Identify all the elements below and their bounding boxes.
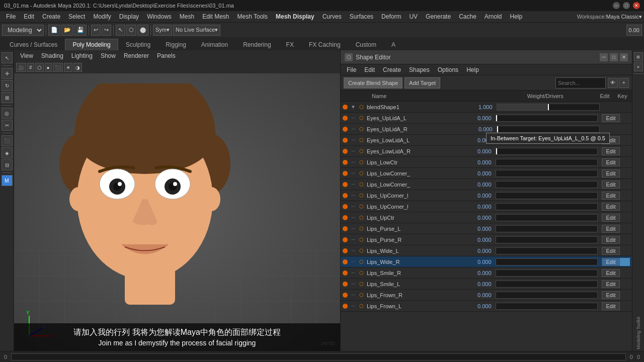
se-menu-shapes[interactable]: Shapes — [405, 65, 434, 74]
vp-texture-btn[interactable]: ⬛ — [53, 63, 63, 72]
row-edit-btn[interactable]: Edit — [602, 147, 620, 155]
se-row-lips-lowcorner2[interactable]: ─ ⬡ Lips_LowCorner_ 0.000 Edit — [341, 179, 632, 190]
tab-rigging[interactable]: Rigging — [158, 39, 194, 50]
row-slider[interactable] — [496, 192, 598, 199]
se-row-lips-wide-l[interactable]: ─ ⬡ Lips_Wide_L 0.000 Edit — [341, 245, 632, 256]
se-row-lips-lowcorner1[interactable]: ─ ⬡ Lips_LowCorner_ 0.000 Edit — [341, 168, 632, 179]
menu-edit-mesh[interactable]: Edit Mesh — [198, 12, 233, 21]
row-slider[interactable] — [496, 247, 598, 254]
vp-smooth-btn[interactable]: ● — [45, 63, 52, 72]
row-edit-btn[interactable]: Edit — [602, 225, 620, 233]
undo-button[interactable]: ↩ — [91, 25, 101, 36]
vp-wireframe-btn[interactable]: ⬡ — [35, 63, 44, 72]
menu-surfaces[interactable]: Surfaces — [346, 12, 377, 21]
row-slider[interactable] — [496, 303, 598, 310]
se-row-lips-upcorner-l[interactable]: ─ ⬡ Lips_UpCorner_l 0.000 Edit — [341, 190, 632, 201]
se-menu-file[interactable]: File — [343, 65, 360, 74]
se-minimize-btn[interactable]: ─ — [600, 53, 608, 61]
se-close-btn[interactable]: ✕ — [620, 53, 628, 61]
row-slider[interactable] — [496, 203, 598, 210]
vp-grid-btn[interactable]: # — [27, 63, 34, 72]
select-button[interactable]: ↖ — [116, 25, 125, 36]
menu-select[interactable]: Select — [64, 12, 89, 21]
vp-menu-shading[interactable]: Shading — [37, 51, 67, 60]
row-slider[interactable] — [497, 126, 600, 133]
row-edit-btn[interactable]: Edit — [602, 169, 620, 177]
se-menu-edit[interactable]: Edit — [360, 65, 379, 74]
tab-fx-caching[interactable]: FX Caching — [301, 39, 348, 50]
se-menu-create[interactable]: Create — [379, 65, 405, 74]
row-edit-btn[interactable]: Edit — [602, 302, 620, 310]
se-row-eyes-uplida-l[interactable]: ─ ⬡ Eyes_UpLidA_L 0.000 Edit — [341, 113, 632, 124]
tab-custom[interactable]: Custom — [348, 39, 384, 50]
rt-btn-1[interactable]: ⊞ — [634, 52, 643, 61]
se-row-blendshape1[interactable]: ▼ ⬡ blendShape1 1.000 — [341, 102, 632, 113]
se-eye-btn[interactable]: 👁 — [608, 78, 618, 88]
se-menu-options[interactable]: Options — [434, 65, 462, 74]
se-row-lips-upcorner-l2[interactable]: ─ ⬡ Lips_UpCorner_l 0.000 Edit — [341, 201, 632, 212]
row-slider-blendshape1[interactable] — [497, 104, 600, 111]
rotate-tool[interactable]: ↻ — [2, 80, 13, 91]
menu-create[interactable]: Create — [38, 12, 64, 21]
move-tool[interactable]: ✛ — [2, 68, 13, 79]
vp-camera-btn[interactable]: 🎥 — [16, 63, 26, 72]
row-slider[interactable] — [496, 170, 598, 177]
row-edit-btn[interactable]: Edit — [602, 258, 620, 266]
menu-windows[interactable]: Windows — [143, 12, 176, 21]
row-edit-btn[interactable]: Edit — [602, 236, 620, 244]
se-row-lips-smile-r[interactable]: ─ ⬡ Lips_Smile_R 0.000 Edit — [341, 267, 632, 279]
se-add-btn[interactable]: + — [619, 78, 629, 88]
row-slider[interactable] — [496, 258, 598, 265]
paint-button[interactable]: ⬤ — [137, 25, 148, 36]
row-edit-btn[interactable]: Edit — [602, 158, 620, 166]
se-search-input[interactable] — [555, 77, 606, 88]
bridge-tool[interactable]: ⊟ — [2, 159, 13, 170]
se-row-lips-purse-r[interactable]: ─ ⬡ Lips_Purse_R 0.000 Edit — [341, 234, 632, 245]
soft-select-tool[interactable]: ◎ — [2, 108, 13, 119]
menu-uv[interactable]: UV — [405, 12, 422, 21]
row-edit-btn[interactable]: Edit — [602, 280, 620, 288]
row-slider[interactable] — [496, 281, 598, 288]
extrude-tool[interactable]: ⬛ — [2, 135, 13, 146]
row-slider[interactable] — [496, 236, 598, 243]
lasso-button[interactable]: ⬡ — [126, 25, 136, 36]
row-slider[interactable] — [496, 148, 598, 155]
tab-animation[interactable]: Animation — [194, 39, 235, 50]
symmetry-btn[interactable]: Sym▾ — [153, 25, 172, 36]
expand-arrow-blendshape1[interactable]: ▼ — [350, 104, 357, 111]
row-slider[interactable] — [496, 159, 598, 166]
se-row-lips-frown-r[interactable]: ─ ⬡ Lips_Frown_R 0.000 Edit — [341, 290, 632, 301]
row-slider[interactable] — [496, 181, 598, 188]
se-row-eyes-lowlida-r[interactable]: ─ ⬡ Eyes_LowLidA_R 0.000 Edit — [341, 146, 632, 157]
menu-file[interactable]: File — [2, 12, 20, 21]
vp-light-btn[interactable]: ☀ — [64, 63, 72, 72]
se-row-lips-lowctr[interactable]: ─ ⬡ Lips_LowCtr 0.000 Edit — [341, 157, 632, 168]
se-row-lips-purse-l[interactable]: ─ ⬡ Lips_Purse_L 0.000 Edit — [341, 223, 632, 234]
tab-extra[interactable]: A — [384, 39, 403, 50]
menu-mesh-display[interactable]: Mesh Display — [272, 12, 318, 21]
menu-mesh[interactable]: Mesh — [176, 12, 198, 21]
add-target-btn[interactable]: Add Target — [405, 77, 440, 88]
maximize-button[interactable]: □ — [623, 2, 630, 9]
se-maximize-btn[interactable]: □ — [610, 53, 618, 61]
se-row-lips-wide-r[interactable]: ─ ⬡ Lips_Wide_R 0.000 Edit — [341, 256, 632, 267]
row-edit-btn[interactable]: Edit — [602, 214, 620, 222]
tab-rendering[interactable]: Rendering — [235, 39, 278, 50]
multi-cut-tool[interactable]: ✂ — [2, 120, 13, 131]
row-slider[interactable] — [496, 115, 598, 122]
se-row-lips-frown-l[interactable]: ─ ⬡ Lips_Frown_L 0.000 Edit — [341, 301, 632, 312]
row-edit-btn[interactable]: Edit — [602, 203, 620, 211]
open-button[interactable]: 📂 — [61, 25, 73, 36]
menu-display[interactable]: Display — [115, 12, 143, 21]
row-slider[interactable] — [496, 214, 598, 221]
create-blend-shape-btn[interactable]: Create Blend Shape — [344, 77, 403, 88]
row-slider[interactable] — [496, 269, 598, 277]
row-edit-btn[interactable]: Edit — [602, 247, 620, 255]
close-button[interactable]: ✕ — [633, 2, 640, 9]
tab-fx[interactable]: FX — [279, 39, 301, 50]
rt-btn-2[interactable]: ≡ — [634, 62, 643, 71]
vp-menu-lighting[interactable]: Lighting — [67, 51, 97, 60]
menu-modify[interactable]: Modify — [89, 12, 115, 21]
se-menu-help[interactable]: Help — [462, 65, 483, 74]
tab-poly-modeling[interactable]: Poly Modeling — [65, 39, 118, 50]
